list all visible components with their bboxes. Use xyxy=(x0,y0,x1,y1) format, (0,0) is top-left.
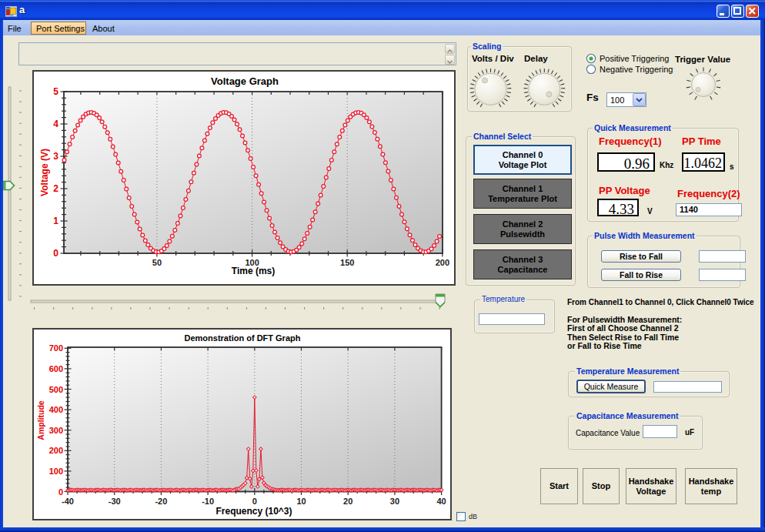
svg-text:Time (ms): Time (ms) xyxy=(232,266,275,276)
svg-text:-20: -20 xyxy=(155,497,167,506)
svg-text:Frequency (10^3): Frequency (10^3) xyxy=(215,506,292,517)
svg-text:400: 400 xyxy=(49,405,63,414)
svg-text:100: 100 xyxy=(49,467,63,476)
svg-text:2: 2 xyxy=(53,183,58,194)
svg-text:600: 600 xyxy=(49,364,63,373)
svg-text:500: 500 xyxy=(49,385,63,394)
svg-text:200: 200 xyxy=(436,258,449,267)
svg-text:0: 0 xyxy=(252,497,257,506)
svg-text:4: 4 xyxy=(53,119,58,129)
svg-text:30: 30 xyxy=(390,497,399,506)
svg-text:20: 20 xyxy=(343,497,352,506)
svg-text:200: 200 xyxy=(49,446,63,455)
svg-text:5: 5 xyxy=(53,86,58,97)
svg-text:10: 10 xyxy=(296,497,306,506)
svg-text:3: 3 xyxy=(53,151,58,162)
svg-text:0: 0 xyxy=(58,487,63,497)
svg-text:Voltage (V): Voltage (V) xyxy=(39,149,50,196)
svg-text:1: 1 xyxy=(53,216,58,226)
svg-text:50: 50 xyxy=(152,258,162,267)
svg-text:40: 40 xyxy=(436,497,446,506)
svg-text:-40: -40 xyxy=(62,497,74,506)
svg-text:Voltage Graph: Voltage Graph xyxy=(211,75,279,87)
svg-text:0: 0 xyxy=(53,248,58,259)
svg-text:Demonstration of DFT Graph: Demonstration of DFT Graph xyxy=(185,333,301,343)
svg-text:700: 700 xyxy=(49,343,63,353)
svg-text:-30: -30 xyxy=(109,497,121,506)
svg-text:300: 300 xyxy=(49,426,63,435)
svg-text:Amplitude: Amplitude xyxy=(36,400,45,440)
svg-text:-10: -10 xyxy=(202,497,214,506)
svg-text:150: 150 xyxy=(340,258,354,267)
